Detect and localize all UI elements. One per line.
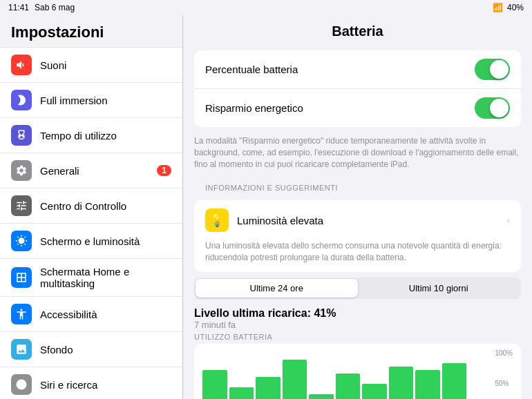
- siri-icon: [11, 374, 32, 395]
- luminosita-label: Luminosità elevata: [237, 215, 506, 226]
- percentuale-label: Percentuale batteria: [205, 64, 475, 75]
- grid-icon: [11, 267, 32, 288]
- gear-icon: [11, 160, 32, 181]
- risparmio-label: Risparmio energetico: [205, 102, 475, 114]
- bar: [389, 367, 414, 399]
- sidebar-item-full-immersion[interactable]: Full immersion: [0, 83, 182, 118]
- sidebar-items-container: SuoniFull immersionTempo di utilizzoGene…: [0, 47, 182, 399]
- sidebar-item-centro-controllo[interactable]: Centro di Controllo: [0, 188, 182, 224]
- status-time: 11:41: [8, 3, 29, 12]
- sidebar-label-schermata-home: Schermata Home e multitasking: [40, 266, 171, 289]
- image-icon: [11, 339, 32, 360]
- status-date: Sab 6 mag: [35, 3, 75, 12]
- bar: [202, 370, 227, 399]
- y-labels: 100% 50% 0%: [495, 349, 513, 399]
- main-layout: Impostazioni SuoniFull immersionTempo di…: [0, 15, 532, 399]
- content-title: Batteria: [183, 15, 532, 45]
- chevron-icon: ›: [506, 215, 510, 226]
- section-info-header: INFORMAZIONI E SUGGERIMENTI: [183, 178, 532, 195]
- status-bar: 11:41 Sab 6 mag 📶 40%: [0, 0, 532, 15]
- bar-group: [362, 384, 387, 399]
- battery-icon: 40%: [507, 3, 524, 12]
- last-charge-sub: 7 minuti fa: [194, 320, 521, 330]
- bar: [309, 394, 334, 399]
- sidebar-label-generali: Generali: [40, 165, 157, 177]
- sidebar-label-schermo: Schermo e luminosità: [40, 235, 171, 247]
- battery-stat: Livello ultima ricarica: 41% 7 minuti fa: [183, 304, 532, 330]
- sidebar-item-sfondo[interactable]: Sfondo: [0, 332, 182, 367]
- bar-group: [309, 394, 334, 399]
- sun-icon: [11, 231, 32, 251]
- bar-group: [256, 377, 281, 399]
- sliders-icon: [11, 195, 32, 216]
- sidebar-label-tempo-utilizzo: Tempo di utilizzo: [40, 130, 171, 142]
- bar: [415, 370, 440, 399]
- utilizzo-bars: [202, 349, 513, 399]
- toggles-card: Percentuale batteria Risparmio energetic…: [194, 50, 521, 127]
- sidebar-item-generali[interactable]: Generali1: [0, 153, 182, 188]
- bar: [229, 387, 254, 399]
- moon-icon: [11, 90, 32, 110]
- utilizzo-label: UTILIZZO BATTERIA: [194, 333, 532, 341]
- sidebar: Impostazioni SuoniFull immersionTempo di…: [0, 15, 183, 399]
- wifi-icon: 📶: [493, 3, 503, 12]
- toggle-row-percentuale: Percentuale batteria: [194, 50, 521, 89]
- bar-group: [389, 367, 414, 399]
- sidebar-item-schermata-home[interactable]: Schermata Home e multitasking: [0, 259, 182, 297]
- toggle-row-risparmio: Risparmio energetico: [194, 89, 521, 127]
- sidebar-title: Impostazioni: [0, 15, 182, 47]
- sidebar-item-schermo[interactable]: Schermo e luminosità: [0, 224, 182, 259]
- accessibility-icon: [11, 304, 32, 324]
- segment-10d[interactable]: Ultimi 10 giorni: [358, 279, 520, 298]
- bar: [362, 384, 387, 399]
- bar-group: [415, 370, 440, 399]
- bar: [336, 373, 361, 399]
- sidebar-label-suoni: Suoni: [40, 59, 171, 71]
- bar: [442, 363, 467, 399]
- sidebar-label-accessibilita: Accessibilità: [40, 309, 171, 320]
- y-label-50: 50%: [495, 380, 513, 387]
- badge-generali: 1: [157, 165, 171, 176]
- y-label-100: 100%: [495, 349, 513, 357]
- sidebar-item-tempo-utilizzo[interactable]: Tempo di utilizzo: [0, 118, 182, 153]
- bar-group: [442, 363, 467, 399]
- sidebar-label-centro-controllo: Centro di Controllo: [40, 200, 171, 212]
- bar: [283, 360, 307, 399]
- bar-group: [336, 373, 361, 399]
- speaker-icon: [11, 55, 32, 75]
- sidebar-label-siri: Siri e ricerca: [40, 379, 171, 391]
- bar-group: [283, 360, 307, 399]
- sidebar-item-suoni[interactable]: Suoni: [0, 47, 182, 83]
- bar-group: [229, 387, 254, 399]
- suggestion-card: 💡 Luminosità elevata › Una luminosità el…: [194, 200, 521, 272]
- hourglass-icon: [11, 125, 32, 146]
- percentuale-toggle[interactable]: [475, 59, 510, 80]
- bar-group: [202, 370, 227, 399]
- bar: [256, 377, 281, 399]
- sidebar-item-siri[interactable]: Siri e ricerca: [0, 367, 182, 399]
- segment-control: Ultime 24 ore Ultimi 10 giorni: [194, 278, 521, 299]
- utilizzo-chart-container: 100% 50% 0% GVSDLMMGVS 27 apr1 mag: [202, 349, 513, 399]
- luminosita-desc: Una luminosità elevata dello schermo con…: [194, 240, 521, 272]
- sidebar-item-accessibilita[interactable]: Accessibilità: [0, 297, 182, 332]
- last-charge-label: Livello ultima ricarica: 41%: [194, 307, 521, 320]
- content-area[interactable]: Batteria Percentuale batteria Risparmio …: [183, 15, 532, 399]
- risparmio-desc: La modalità "Risparmio energetico" riduc…: [183, 133, 532, 178]
- luminosita-row[interactable]: 💡 Luminosità elevata ›: [194, 200, 521, 240]
- luminosita-icon: 💡: [205, 208, 229, 232]
- utilizzo-chart: 100% 50% 0% GVSDLMMGVS 27 apr1 mag: [194, 344, 521, 399]
- segment-24h[interactable]: Ultime 24 ore: [196, 279, 358, 298]
- svg-point-0: [17, 380, 27, 390]
- sidebar-label-full-immersion: Full immersion: [40, 95, 171, 106]
- sidebar-label-sfondo: Sfondo: [40, 344, 171, 356]
- risparmio-toggle[interactable]: [475, 97, 510, 119]
